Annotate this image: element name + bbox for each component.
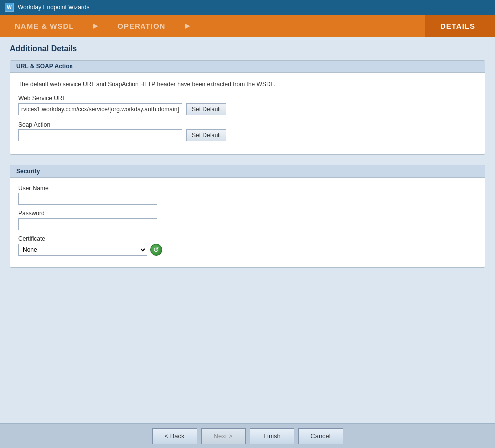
step-arrow-1: ► <box>89 21 103 31</box>
title-bar: W Workday Endpoint Wizards <box>0 0 495 15</box>
web-service-url-row: Set Default <box>18 103 477 115</box>
certificate-select[interactable]: None <box>18 244 147 256</box>
web-service-url-label: Web Service URL <box>18 95 477 102</box>
security-section: Security User Name Password Certificate … <box>10 165 485 268</box>
set-default-soap-button[interactable]: Set Default <box>186 129 226 141</box>
back-button[interactable]: < Back <box>152 428 197 444</box>
web-service-url-input[interactable] <box>18 103 182 115</box>
password-input[interactable] <box>18 218 157 230</box>
step-name-wsdl: NAME & WSDL <box>0 15 89 37</box>
url-soap-section: URL & SOAP Action The default web servic… <box>10 60 485 155</box>
soap-action-row: Set Default <box>18 129 477 141</box>
security-body: User Name Password Certificate None ↺ <box>10 178 485 267</box>
username-label: User Name <box>18 185 477 192</box>
bottom-bar: < Back Next > Finish Cancel <box>0 423 495 448</box>
set-default-url-button[interactable]: Set Default <box>186 103 226 115</box>
next-button[interactable]: Next > <box>201 428 246 444</box>
certificate-row: None ↺ <box>18 244 477 256</box>
step-details: DETAILS <box>425 15 495 37</box>
soap-action-input[interactable] <box>18 129 182 141</box>
web-service-url-group: Web Service URL Set Default <box>18 95 477 115</box>
app-icon: W <box>5 3 14 12</box>
url-soap-body: The default web service URL and SoapActi… <box>10 73 485 154</box>
soap-action-group: Soap Action Set Default <box>18 121 477 141</box>
step-operation: OPERATION <box>102 15 180 37</box>
cancel-button[interactable]: Cancel <box>298 428 343 444</box>
password-label: Password <box>18 210 477 217</box>
url-soap-header: URL & SOAP Action <box>10 61 485 73</box>
password-group: Password <box>18 210 477 230</box>
page-title: Additional Details <box>10 44 485 53</box>
main-content: Additional Details URL & SOAP Action The… <box>0 37 495 423</box>
step-arrow-2: ► <box>180 21 194 31</box>
username-input[interactable] <box>18 193 157 205</box>
certificate-refresh-button[interactable]: ↺ <box>150 244 162 256</box>
security-header: Security <box>10 165 485 178</box>
info-text: The default web service URL and SoapActi… <box>18 80 477 89</box>
title-text: Workday Endpoint Wizards <box>18 4 90 11</box>
finish-button[interactable]: Finish <box>250 428 294 444</box>
username-group: User Name <box>18 185 477 205</box>
soap-action-label: Soap Action <box>18 121 477 128</box>
steps-bar: NAME & WSDL ► OPERATION ► DETAILS <box>0 15 495 37</box>
certificate-label: Certificate <box>18 235 477 242</box>
certificate-group: Certificate None ↺ <box>18 235 477 256</box>
